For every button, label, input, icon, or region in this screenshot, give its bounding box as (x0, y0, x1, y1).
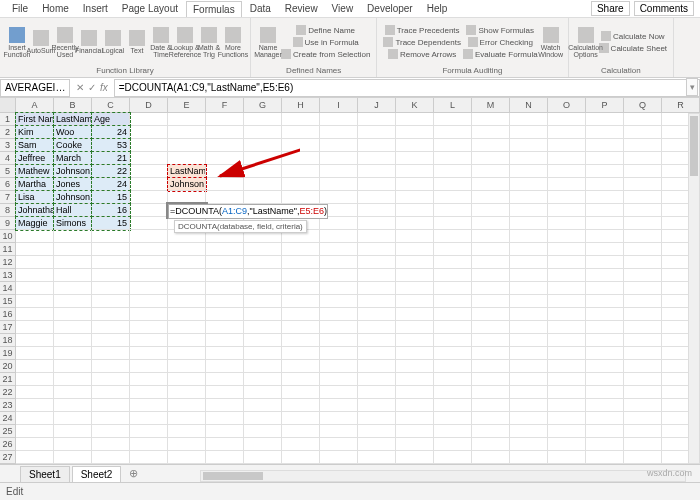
cell[interactable] (624, 217, 662, 230)
cell[interactable] (244, 347, 282, 360)
cell[interactable] (396, 295, 434, 308)
cell[interactable] (92, 334, 130, 347)
row-header[interactable]: 3 (0, 139, 16, 152)
new-sheet-button[interactable]: ⊕ (123, 465, 144, 482)
cell[interactable] (16, 256, 54, 269)
cell[interactable] (510, 321, 548, 334)
cell[interactable] (244, 321, 282, 334)
cell[interactable] (92, 373, 130, 386)
cell[interactable] (586, 308, 624, 321)
cell[interactable] (624, 191, 662, 204)
cell[interactable] (206, 282, 244, 295)
cell[interactable] (434, 386, 472, 399)
cell[interactable] (396, 230, 434, 243)
cell[interactable] (396, 178, 434, 191)
cell[interactable] (244, 451, 282, 464)
cell[interactable] (168, 126, 206, 139)
col-header[interactable]: B (54, 98, 92, 112)
cell[interactable] (396, 386, 434, 399)
table-cell[interactable]: Johnson (54, 165, 92, 178)
cell[interactable] (510, 126, 548, 139)
cell[interactable] (472, 412, 510, 425)
cell[interactable] (434, 425, 472, 438)
cell[interactable] (434, 412, 472, 425)
cell[interactable] (548, 269, 586, 282)
vertical-scrollbar[interactable] (688, 113, 700, 464)
cell[interactable] (54, 399, 92, 412)
table-cell[interactable]: 24 (92, 126, 130, 139)
cell[interactable] (358, 321, 396, 334)
cell[interactable] (548, 256, 586, 269)
cell[interactable] (92, 308, 130, 321)
cell[interactable] (130, 139, 168, 152)
row-header[interactable]: 14 (0, 282, 16, 295)
cell[interactable] (54, 451, 92, 464)
cell[interactable] (510, 178, 548, 191)
row-header[interactable]: 25 (0, 425, 16, 438)
cell[interactable] (624, 152, 662, 165)
cell[interactable] (510, 295, 548, 308)
cell[interactable] (396, 347, 434, 360)
col-header[interactable]: I (320, 98, 358, 112)
cell[interactable] (358, 165, 396, 178)
cell[interactable] (282, 399, 320, 412)
col-header[interactable]: N (510, 98, 548, 112)
row-header[interactable]: 17 (0, 321, 16, 334)
cell[interactable] (434, 282, 472, 295)
cell[interactable] (358, 386, 396, 399)
cell[interactable] (396, 282, 434, 295)
cell[interactable] (168, 425, 206, 438)
calculate-sheet-button[interactable]: Calculate Sheet (599, 42, 667, 54)
table-header[interactable]: Age (92, 113, 130, 126)
lookup-ref-button[interactable]: Lookup & Reference (174, 24, 196, 60)
cell[interactable] (130, 269, 168, 282)
cell[interactable] (92, 282, 130, 295)
table-cell[interactable]: Kim (16, 126, 54, 139)
cell[interactable] (396, 113, 434, 126)
cell[interactable] (320, 269, 358, 282)
cell[interactable] (358, 425, 396, 438)
row-header[interactable]: 27 (0, 451, 16, 464)
cell[interactable] (586, 347, 624, 360)
cell[interactable] (54, 321, 92, 334)
cell[interactable] (396, 152, 434, 165)
cell[interactable] (54, 230, 92, 243)
cell[interactable] (510, 191, 548, 204)
cell[interactable] (54, 256, 92, 269)
cell[interactable] (434, 438, 472, 451)
cell[interactable] (624, 451, 662, 464)
table-header[interactable]: LastName (54, 113, 92, 126)
cell[interactable] (434, 451, 472, 464)
table-header[interactable]: First Nam (16, 113, 54, 126)
cell[interactable] (624, 256, 662, 269)
cell[interactable] (586, 191, 624, 204)
name-manager-button[interactable]: Name Manager (257, 24, 279, 60)
cell[interactable] (510, 256, 548, 269)
cell[interactable] (244, 295, 282, 308)
cell[interactable] (92, 321, 130, 334)
cell[interactable] (206, 386, 244, 399)
cell[interactable] (206, 373, 244, 386)
cell[interactable] (358, 113, 396, 126)
cell[interactable] (472, 217, 510, 230)
cell[interactable] (548, 425, 586, 438)
cell[interactable] (624, 230, 662, 243)
cell[interactable] (434, 230, 472, 243)
cell[interactable] (130, 256, 168, 269)
cell[interactable] (396, 191, 434, 204)
row-header[interactable]: 6 (0, 178, 16, 191)
cell[interactable] (358, 178, 396, 191)
cell[interactable] (434, 360, 472, 373)
cell[interactable] (168, 386, 206, 399)
cell[interactable] (586, 438, 624, 451)
cell[interactable] (92, 269, 130, 282)
cell[interactable] (320, 412, 358, 425)
cell[interactable] (548, 165, 586, 178)
col-header[interactable]: C (92, 98, 130, 112)
cell[interactable] (510, 386, 548, 399)
menu-review[interactable]: Review (279, 1, 324, 16)
cell[interactable] (130, 308, 168, 321)
cell[interactable] (282, 308, 320, 321)
cell[interactable] (548, 412, 586, 425)
cell[interactable] (434, 191, 472, 204)
